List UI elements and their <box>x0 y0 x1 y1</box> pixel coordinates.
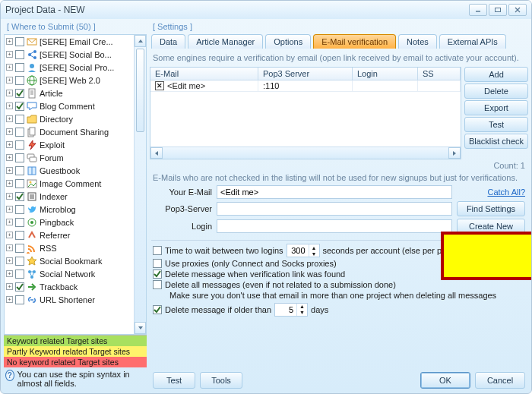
row-check-icon[interactable]: ✕ <box>155 81 164 90</box>
scroll-thumb[interactable] <box>136 49 144 132</box>
expand-icon[interactable]: + <box>6 77 13 84</box>
item-checkbox[interactable] <box>15 218 24 227</box>
item-checkbox[interactable] <box>15 76 24 85</box>
blacklist-check-button[interactable]: Blacklist check <box>464 134 528 149</box>
expand-icon[interactable]: + <box>6 270 13 277</box>
item-checkbox[interactable] <box>15 140 24 150</box>
tree-item[interactable]: +Article <box>5 87 146 99</box>
expand-icon[interactable]: + <box>6 102 13 109</box>
item-checkbox[interactable] <box>15 282 24 292</box>
expand-icon[interactable]: + <box>6 206 13 213</box>
pop3-field[interactable] <box>217 202 452 216</box>
expand-icon[interactable]: + <box>6 154 13 161</box>
expand-icon[interactable]: + <box>6 296 13 303</box>
tree-item[interactable]: +[SERE] Social Pro... <box>5 61 146 74</box>
tree-item[interactable]: +Pingback <box>5 216 146 229</box>
expand-icon[interactable]: + <box>6 90 13 96</box>
expand-icon[interactable]: + <box>6 128 13 135</box>
tab-e-mail-verification[interactable]: E-Mail verification <box>313 34 396 49</box>
tab-article-manager[interactable]: Article Manager <box>188 34 263 49</box>
item-checkbox[interactable] <box>15 115 24 124</box>
tree-item[interactable]: +Forum <box>5 151 146 164</box>
tree-item[interactable]: +[SERE] Web 2.0 <box>5 74 146 87</box>
login-field[interactable] <box>217 219 452 233</box>
create-new-button[interactable]: Create New <box>457 219 525 234</box>
email-field[interactable] <box>217 185 452 199</box>
spin-down-icon[interactable]: ▼ <box>297 310 307 316</box>
item-checkbox[interactable] <box>15 128 24 137</box>
item-checkbox[interactable] <box>15 102 24 111</box>
tree-item[interactable]: +Referrer <box>5 229 146 241</box>
catch-all-link[interactable]: Catch All? <box>457 188 525 197</box>
item-checkbox[interactable] <box>15 63 24 72</box>
expand-icon[interactable]: + <box>6 64 13 71</box>
scroll-right-button[interactable] <box>448 147 461 159</box>
find-settings-button[interactable]: Find Settings <box>457 201 525 216</box>
expand-icon[interactable]: + <box>6 257 13 264</box>
expand-icon[interactable]: + <box>6 283 13 290</box>
scroll-left-button[interactable] <box>150 147 163 159</box>
item-checkbox[interactable] <box>15 166 24 175</box>
tree-item[interactable]: +[SERE] Social Bo... <box>5 48 146 61</box>
delete-older-checkbox[interactable] <box>153 305 162 314</box>
tree-item[interactable]: +Directory <box>5 112 146 125</box>
tree-scrollbar[interactable] <box>134 35 146 334</box>
tree-item[interactable]: +Indexer <box>5 190 146 203</box>
tree-item[interactable]: +Microblog <box>5 203 146 216</box>
item-checkbox[interactable] <box>15 257 24 266</box>
item-checkbox[interactable] <box>15 179 24 188</box>
tree-item[interactable]: +[SERE] Email Cre... <box>5 35 146 48</box>
tab-notes[interactable]: Notes <box>398 34 437 49</box>
scroll-up-button[interactable] <box>135 35 146 47</box>
item-checkbox[interactable] <box>15 89 24 98</box>
expand-icon[interactable]: + <box>6 167 13 174</box>
tree-item[interactable]: +Trackback <box>5 280 146 293</box>
wait-seconds-spin[interactable]: ▲▼ <box>287 244 320 257</box>
test-button[interactable]: Test <box>464 117 528 132</box>
item-checkbox[interactable] <box>15 153 24 162</box>
item-checkbox[interactable] <box>15 37 24 46</box>
test-button[interactable]: Test <box>153 372 195 389</box>
tab-data[interactable]: Data <box>151 34 185 49</box>
item-checkbox[interactable] <box>15 231 24 240</box>
ok-button[interactable]: OK <box>420 372 470 389</box>
expand-icon[interactable]: + <box>6 219 13 225</box>
spin-up-icon[interactable]: ▲ <box>297 304 307 310</box>
minimize-button[interactable] <box>469 4 487 16</box>
table-row[interactable]: ✕<Edit me> :110 <box>150 80 461 92</box>
item-checkbox[interactable] <box>15 50 24 59</box>
scroll-down-button[interactable] <box>135 322 146 334</box>
expand-icon[interactable]: + <box>6 244 13 251</box>
spin-down-icon[interactable]: ▼ <box>309 251 319 257</box>
tree-item[interactable]: +Social Bookmark <box>5 254 146 267</box>
engine-tree[interactable]: +[SERE] Email Cre...+[SERE] Social Bo...… <box>4 34 147 335</box>
expand-icon[interactable]: + <box>6 115 13 122</box>
close-button[interactable] <box>508 4 527 16</box>
item-checkbox[interactable] <box>15 205 24 214</box>
spin-up-icon[interactable]: ▲ <box>309 244 319 251</box>
tree-item[interactable]: +RSS <box>5 241 146 254</box>
col-pop3[interactable]: Pop3 Server <box>258 68 353 80</box>
add-button[interactable]: Add <box>464 67 528 82</box>
delete-button[interactable]: Delete <box>464 84 528 99</box>
expand-icon[interactable]: + <box>6 141 13 148</box>
delete-found-checkbox[interactable] <box>153 269 162 279</box>
wait-checkbox[interactable] <box>153 246 162 255</box>
col-login[interactable]: Login <box>353 68 418 80</box>
item-checkbox[interactable] <box>15 244 24 253</box>
maximize-button[interactable] <box>489 4 507 16</box>
older-days-spin[interactable]: ▲▼ <box>274 303 308 317</box>
delete-all-checkbox[interactable] <box>153 280 162 289</box>
expand-icon[interactable]: + <box>6 180 13 187</box>
cancel-button[interactable]: Cancel <box>475 372 525 389</box>
item-checkbox[interactable] <box>15 295 24 304</box>
tree-item[interactable]: +Document Sharing <box>5 125 146 138</box>
tree-item[interactable]: +Blog Comment <box>5 99 146 112</box>
col-email[interactable]: E-Mail <box>150 68 258 80</box>
tree-item[interactable]: +Exploit <box>5 138 146 151</box>
proxies-checkbox[interactable] <box>153 259 162 268</box>
expand-icon[interactable]: + <box>6 51 13 58</box>
item-checkbox[interactable] <box>15 192 24 201</box>
email-accounts-table[interactable]: E-Mail Pop3 Server Login SS ✕<Edit me> :… <box>150 67 461 159</box>
tab-options[interactable]: Options <box>265 34 311 49</box>
